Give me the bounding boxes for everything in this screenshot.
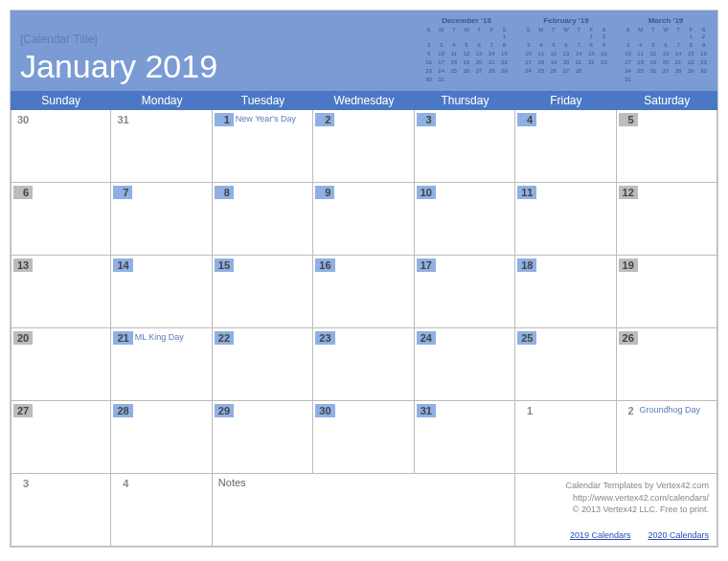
day-cell[interactable]: 12 xyxy=(617,183,717,256)
mini-calendar: March '19SMTWTFS123456789101112131415161… xyxy=(622,16,710,84)
day-cell[interactable]: 2 xyxy=(313,110,414,183)
day-number: 2 xyxy=(315,113,334,126)
day-cell[interactable]: 7 xyxy=(111,183,212,256)
day-cell[interactable]: 17 xyxy=(415,256,515,328)
mini-grid: 1234567891011121314151617181920212223242… xyxy=(522,33,610,76)
day-cell[interactable]: 18 xyxy=(515,256,616,328)
day-number: 9 xyxy=(315,186,334,199)
day-cell[interactable]: 2Groundhog Day xyxy=(617,401,717,474)
day-number: 17 xyxy=(417,258,436,272)
link-2019[interactable]: 2019 Calendars xyxy=(570,530,631,540)
day-cell[interactable]: 24 xyxy=(415,328,515,401)
day-number: 1 xyxy=(517,404,536,417)
day-number: 30 xyxy=(13,113,33,126)
dow-label: Monday xyxy=(111,91,212,110)
mini-calendar-title: December '18 xyxy=(422,16,511,25)
day-number: 21 xyxy=(113,331,132,345)
day-cell[interactable]: 15 xyxy=(213,256,313,328)
day-cell[interactable]: 3 xyxy=(11,474,111,547)
title-block: [Calendar Title] January 2019 xyxy=(11,33,217,91)
day-cell[interactable]: 20 xyxy=(11,328,111,401)
dow-label: Saturday xyxy=(617,91,717,110)
day-number: 18 xyxy=(517,258,536,272)
mini-calendar: December '18SMTWTFS123456789101112131415… xyxy=(422,16,511,84)
day-number: 31 xyxy=(417,404,436,417)
day-cell[interactable]: 13 xyxy=(11,256,111,328)
day-cell[interactable]: 27 xyxy=(11,401,111,474)
day-cell[interactable]: 25 xyxy=(515,328,616,401)
notes-cell[interactable]: Notes xyxy=(213,474,515,547)
day-cell[interactable]: 21ML King Day xyxy=(111,328,212,401)
day-cell[interactable]: 16 xyxy=(313,256,414,328)
day-number: 12 xyxy=(619,186,638,199)
day-cell[interactable]: 22 xyxy=(213,328,313,401)
day-event: Groundhog Day xyxy=(640,405,701,415)
day-cell[interactable]: 11 xyxy=(515,183,616,256)
day-number: 4 xyxy=(517,113,536,126)
day-cell[interactable]: 19 xyxy=(617,256,717,328)
day-cell[interactable]: 29 xyxy=(213,401,313,474)
day-number: 24 xyxy=(417,331,436,345)
day-number: 31 xyxy=(113,113,132,126)
day-cell[interactable]: 9 xyxy=(313,183,414,256)
day-cell[interactable]: 30 xyxy=(11,110,111,183)
credits-text: Calendar Templates by Vertex42.comhttp:/… xyxy=(523,480,709,516)
day-number: 22 xyxy=(215,331,234,345)
day-number: 7 xyxy=(113,186,132,199)
day-number: 15 xyxy=(215,258,234,272)
calendar-title-placeholder: [Calendar Title] xyxy=(20,33,217,46)
dow-label: Sunday xyxy=(11,91,111,110)
day-number: 14 xyxy=(113,258,132,272)
day-number: 3 xyxy=(13,477,33,490)
day-cell[interactable]: 14 xyxy=(111,256,212,328)
day-number: 13 xyxy=(13,258,33,272)
dow-label: Friday xyxy=(515,91,616,110)
day-cell[interactable]: 23 xyxy=(313,328,414,401)
dow-label: Thursday xyxy=(415,91,515,110)
dow-label: Tuesday xyxy=(213,91,313,110)
day-number: 27 xyxy=(13,404,33,417)
day-number: 1 xyxy=(215,113,234,126)
day-cell[interactable]: 3 xyxy=(415,110,515,183)
credits-links: 2019 Calendars2020 Calendars xyxy=(523,530,709,540)
day-cell[interactable]: 28 xyxy=(111,401,212,474)
day-number: 26 xyxy=(619,331,638,345)
mini-calendar: February '19SMTWTFS123456789101112131415… xyxy=(522,16,610,84)
mini-calendar-title: March '19 xyxy=(622,16,710,25)
credits-cell: Calendar Templates by Vertex42.comhttp:/… xyxy=(515,474,717,547)
day-number: 29 xyxy=(215,404,234,417)
mini-grid: 1234567891011121314151617181920212223242… xyxy=(622,33,710,84)
day-number: 30 xyxy=(315,404,334,417)
calendar-header: [Calendar Title] January 2019 December '… xyxy=(11,11,717,91)
day-cell[interactable]: 31 xyxy=(415,401,515,474)
day-cell[interactable]: 1 xyxy=(515,401,616,474)
day-number: 28 xyxy=(113,404,132,417)
day-number: 20 xyxy=(13,331,33,345)
day-number: 3 xyxy=(417,113,436,126)
day-number: 5 xyxy=(619,113,638,126)
month-year-title: January 2019 xyxy=(20,48,217,85)
link-2020[interactable]: 2020 Calendars xyxy=(648,530,709,540)
day-number: 23 xyxy=(315,331,334,345)
day-number: 11 xyxy=(517,186,536,199)
day-cell[interactable]: 10 xyxy=(415,183,515,256)
day-number: 16 xyxy=(315,258,334,272)
day-cell[interactable]: 4 xyxy=(515,110,616,183)
day-number: 25 xyxy=(517,331,536,345)
day-number: 19 xyxy=(619,258,638,272)
day-cell[interactable]: 6 xyxy=(11,183,111,256)
monthly-calendar: [Calendar Title] January 2019 December '… xyxy=(10,10,718,548)
calendar-grid: 30311New Year's Day234567891011121314151… xyxy=(11,110,717,547)
day-event: New Year's Day xyxy=(236,114,296,123)
day-number: 10 xyxy=(417,186,436,199)
notes-label: Notes xyxy=(213,474,514,491)
day-cell[interactable]: 1New Year's Day xyxy=(213,110,313,183)
day-cell[interactable]: 31 xyxy=(111,110,212,183)
day-number: 8 xyxy=(215,186,234,199)
day-cell[interactable]: 26 xyxy=(617,328,717,401)
day-cell[interactable]: 30 xyxy=(313,401,414,474)
day-cell[interactable]: 5 xyxy=(617,110,717,183)
day-event: ML King Day xyxy=(135,332,184,342)
day-cell[interactable]: 8 xyxy=(213,183,313,256)
day-cell[interactable]: 4 xyxy=(111,474,212,547)
